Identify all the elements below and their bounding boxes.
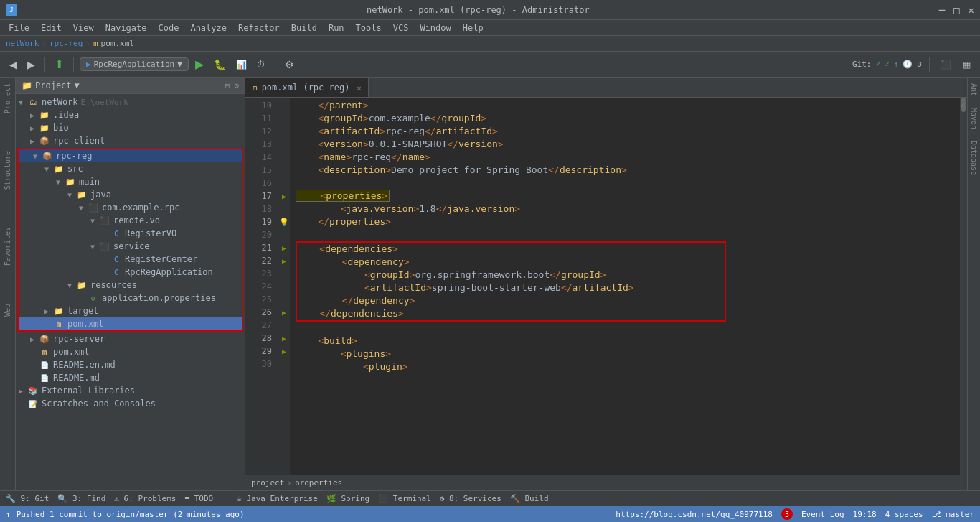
status-eventlog[interactable]: Event Log	[801, 510, 844, 519]
tree-item-registercenter[interactable]: ▶ C RegisterCenter	[19, 253, 242, 266]
maven-panel-toggle[interactable]: Maven	[968, 102, 980, 135]
layout-button[interactable]: ▦	[959, 57, 974, 72]
project-collapse-all[interactable]: ⊟	[225, 81, 230, 90]
services-tool[interactable]: ⚙ 8: Services	[440, 494, 501, 503]
editor-tab-pomxml[interactable]: m pom.xml (rpc-reg) ✕	[245, 78, 369, 97]
run-config-label: RpcRegApplication	[94, 60, 175, 69]
structure-panel-toggle[interactable]: Structure	[2, 148, 13, 192]
project-panel-toggle[interactable]: Project	[2, 80, 13, 116]
menu-navigate[interactable]: Navigate	[100, 22, 153, 34]
spring-tool[interactable]: 🌿 Spring	[326, 494, 369, 503]
status-spaces[interactable]: 4 spaces	[885, 510, 923, 519]
database-panel-toggle[interactable]: Database	[968, 135, 980, 181]
breadcrumb-rpcreg[interactable]: rpc-reg	[50, 39, 83, 48]
menu-file[interactable]: File	[3, 22, 35, 34]
menu-window[interactable]: Window	[414, 22, 456, 34]
tree-item-network[interactable]: ▼ 🗂 netWork E:\netWork	[16, 95, 245, 108]
problems-tool[interactable]: ⚠ 6: Problems	[114, 494, 176, 503]
tree-item-rpcregapplication[interactable]: ▶ C RpcRegApplication	[19, 266, 242, 279]
tree-item-appprops[interactable]: ▶ ⚙ application.properties	[19, 292, 242, 304]
tree-arrow-extlib: ▶	[19, 387, 27, 395]
ant-panel-toggle[interactable]: Ant	[968, 78, 980, 102]
run-button[interactable]: ▶	[192, 55, 207, 73]
project-settings[interactable]: ⚙	[234, 81, 239, 90]
tab-close-button[interactable]: ✕	[357, 84, 361, 92]
tree-item-bio[interactable]: ▶ 📁 bio	[16, 121, 245, 134]
maximize-button[interactable]: □	[953, 4, 959, 16]
right-panels: Ant Maven Database	[967, 78, 980, 490]
tree-item-target[interactable]: ▶ 📁 target	[19, 304, 242, 317]
menu-run[interactable]: Run	[323, 22, 350, 34]
terminal-tool[interactable]: ⬛ Terminal	[378, 494, 431, 503]
web-panel-toggle[interactable]: Web	[2, 301, 13, 320]
find-tool[interactable]: 🔍 3: Find	[57, 494, 105, 503]
line-num-30: 30	[262, 358, 272, 370]
debug-button[interactable]: 🐛	[210, 57, 230, 73]
tree-item-main[interactable]: ▼ 📁 main	[19, 175, 242, 188]
status-url[interactable]: https://blog.csdn.net/qq_40977118	[616, 510, 773, 519]
coverage-button[interactable]: 📊	[232, 57, 250, 72]
gutter-22[interactable]: ▶	[278, 254, 290, 267]
breadcrumb-network[interactable]: netWork	[6, 39, 39, 48]
java-enterprise-tool[interactable]: ☕ Java Enterprise	[237, 494, 318, 503]
git-tool[interactable]: 🔧 9: Git	[6, 494, 49, 503]
tree-item-pomxml-root[interactable]: ▶ m pom.xml	[16, 345, 245, 358]
editor-breadcrumb-project[interactable]: project	[251, 478, 284, 488]
tree-item-readme-en[interactable]: ▶ 📄 README.en.md	[16, 358, 245, 371]
tree-item-registervo[interactable]: ▶ C RegisterVO	[19, 227, 242, 240]
editor-scrollbar[interactable]: ✓	[960, 98, 967, 475]
editor-breadcrumb-properties[interactable]: properties	[295, 478, 342, 488]
gutter-26[interactable]: ▶	[278, 306, 290, 319]
toolbar-settings[interactable]: ⚙	[281, 57, 298, 73]
menu-view[interactable]: View	[67, 22, 100, 34]
project-panel-header: 📁 Project ▼ ⊟ ⚙	[16, 78, 245, 94]
menu-help[interactable]: Help	[457, 22, 489, 34]
tree-item-readme[interactable]: ▶ 📄 README.md	[16, 371, 245, 384]
todo-tool[interactable]: ≡ TODO	[184, 494, 213, 503]
run-config-selector[interactable]: ▶ RpcRegApplication ▼	[80, 57, 189, 71]
editor-breadcrumb-sep: ›	[287, 478, 292, 488]
tree-item-resources[interactable]: ▼ 📁 resources	[19, 279, 242, 292]
breadcrumb-pomxml[interactable]: pom.xml	[101, 39, 134, 48]
git-revert[interactable]: ↺	[917, 60, 922, 69]
tree-item-idea[interactable]: ▶ 📁 .idea	[16, 108, 245, 121]
tree-item-pomxml[interactable]: ▶ m pom.xml	[19, 317, 242, 330]
gutter-28[interactable]: ▶	[278, 332, 290, 345]
menu-tools[interactable]: Tools	[350, 22, 387, 34]
gutter-12	[278, 125, 290, 138]
tree-item-rpcreg[interactable]: ▼ 📦 rpc-reg	[19, 149, 242, 162]
favorites-panel-toggle[interactable]: Favorites	[2, 224, 13, 269]
project-dropdown-arrow[interactable]: ▼	[75, 80, 80, 90]
tree-item-extlib[interactable]: ▶ 📚 External Libraries	[16, 384, 245, 397]
menu-edit[interactable]: Edit	[35, 22, 67, 34]
tree-item-scratches[interactable]: ▶ 📝 Scratches and Consoles	[16, 397, 245, 410]
tree-item-rpcclient[interactable]: ▶ 📦 rpc-client	[16, 134, 245, 147]
git-history[interactable]: 🕐	[903, 60, 913, 69]
build-tool[interactable]: 🔨 Build	[510, 494, 549, 503]
close-button[interactable]: ✕	[969, 4, 974, 16]
menu-refactor[interactable]: Refactor	[232, 22, 286, 34]
breadcrumb-sep2: ›	[85, 39, 90, 48]
tree-item-service[interactable]: ▼ ⬛ service	[19, 240, 242, 253]
menu-build[interactable]: Build	[286, 22, 323, 34]
status-git-branch[interactable]: ⎇ master	[932, 510, 974, 519]
menu-code[interactable]: Code	[153, 22, 185, 34]
gutter-17[interactable]: ▶	[278, 190, 290, 202]
menu-vcs[interactable]: VCS	[387, 22, 415, 34]
menu-analyze[interactable]: Analyze	[184, 22, 232, 34]
tree-item-package[interactable]: ▼ ⬛ com.example.rpc	[19, 201, 242, 214]
terminal-button[interactable]: ⬛	[937, 57, 955, 72]
toolbar-nav-up[interactable]: ⬆	[51, 55, 67, 73]
profile-button[interactable]: ⏱	[253, 57, 269, 72]
gutter-29[interactable]: ▶	[278, 345, 290, 358]
toolbar-forward[interactable]: ▶	[24, 57, 39, 73]
code-editor[interactable]: </parent> <groupId>com.example</groupId>…	[290, 98, 960, 475]
tree-item-rpcserver[interactable]: ▶ 📦 rpc-server	[16, 332, 245, 345]
tree-item-java[interactable]: ▼ 📁 java	[19, 188, 242, 201]
git-push[interactable]: ↑	[894, 60, 899, 69]
gutter-21[interactable]: ▶	[278, 241, 290, 254]
toolbar-back[interactable]: ◀	[6, 57, 21, 73]
minimize-button[interactable]: ─	[939, 4, 945, 16]
tree-item-remotevo[interactable]: ▼ ⬛ remote.vo	[19, 214, 242, 227]
tree-item-src[interactable]: ▼ 📁 src	[19, 162, 242, 175]
